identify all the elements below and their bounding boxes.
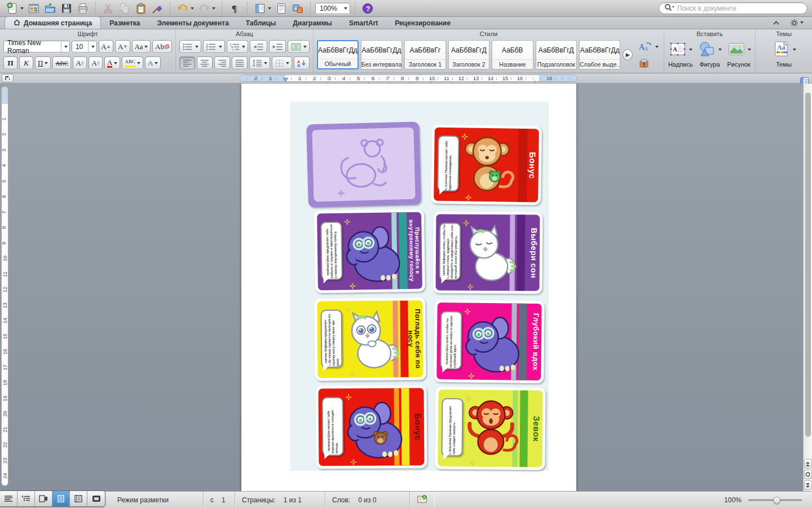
- style-подзаголовок[interactable]: АаБбВвГгДПодзаголовок: [536, 40, 577, 69]
- card-title: Бонус: [526, 129, 539, 202]
- align-left-button[interactable]: [179, 56, 195, 69]
- save-icon[interactable]: [59, 1, 74, 16]
- scrollbar-thumb[interactable]: [805, 93, 811, 437]
- browse-next-button[interactable]: [804, 480, 812, 490]
- bullets-button[interactable]: [179, 40, 201, 53]
- font-name-select[interactable]: Times New Roman: [3, 41, 70, 52]
- more-styles-button[interactable]: ▶: [623, 49, 633, 60]
- print-layout-view-button[interactable]: [52, 491, 70, 506]
- font-color-button[interactable]: А: [104, 56, 120, 69]
- show-paragraph-marks-icon[interactable]: ¶: [227, 1, 242, 16]
- cut-icon[interactable]: [100, 1, 116, 16]
- tab-домашняя-страница[interactable]: Домашняя страница: [5, 16, 101, 29]
- open-icon[interactable]: [42, 1, 58, 16]
- font-size-select[interactable]: 10: [72, 41, 97, 52]
- card-choose-dream: Кошечка Зефирка хочет, чтобы ты прикрыл …: [433, 211, 542, 294]
- outdent-button[interactable]: [250, 40, 267, 53]
- tab-рецензирование[interactable]: Рецензирование: [386, 17, 459, 29]
- align-right-button[interactable]: [214, 56, 230, 69]
- new-document-icon[interactable]: [5, 1, 25, 16]
- vertical-ruler-number: 9: [1, 242, 7, 244]
- home-icon: [14, 19, 20, 27]
- text-effects-button[interactable]: А: [145, 56, 161, 69]
- multilevel-button[interactable]: 1ai: [227, 40, 249, 53]
- publishing-layout-view-button[interactable]: [35, 491, 52, 506]
- format-painter-icon[interactable]: [149, 1, 165, 16]
- paste-icon[interactable]: [133, 1, 149, 16]
- strikethrough-button[interactable]: ABC: [52, 56, 71, 69]
- borders-button[interactable]: [272, 56, 292, 69]
- insert-picture-button[interactable]: Рисунок: [726, 40, 752, 68]
- vertical-ruler-number: 4: [1, 164, 7, 167]
- numbering-button[interactable]: 123: [203, 40, 225, 53]
- style-без-интервала[interactable]: АаБбВвГгДдБез интервала: [361, 40, 402, 69]
- browse-previous-button[interactable]: [804, 459, 812, 468]
- insert-themes-button[interactable]: AaТемы: [770, 40, 797, 68]
- tab-smartart[interactable]: SmartArt: [341, 17, 386, 29]
- superscript-button[interactable]: A2: [73, 56, 87, 69]
- italic-button[interactable]: К: [19, 56, 33, 69]
- outline-view-button[interactable]: [17, 491, 35, 506]
- zoom-slider[interactable]: [748, 497, 802, 503]
- style-заголовок-2[interactable]: АаБбВвГгДЗаголовок 2: [448, 40, 489, 69]
- indent-button[interactable]: [269, 40, 286, 53]
- document-page[interactable]: Обезьянка Танюша желает тебе чудесные сн…: [241, 84, 576, 491]
- style-обычный[interactable]: АаБбВвГгДдОбычный: [317, 40, 359, 69]
- zoom-slider-thumb[interactable]: [773, 497, 780, 504]
- underline-button[interactable]: П: [35, 56, 51, 69]
- undo-icon[interactable]: [175, 1, 196, 16]
- sort-button[interactable]: АЯ: [294, 56, 310, 69]
- media-browser-icon[interactable]: ♪: [290, 1, 306, 16]
- select-browse-object-button[interactable]: [804, 470, 812, 479]
- word-count-indicator[interactable]: Слов:0 из 0: [325, 492, 410, 508]
- style-слабое-выде-[interactable]: АаБбВвГгДдСлабое выде...: [579, 40, 620, 69]
- line-spacing-button[interactable]: [249, 56, 271, 69]
- gear-icon[interactable]: [788, 18, 805, 27]
- focus-view-button[interactable]: [87, 491, 105, 506]
- subscript-button[interactable]: A2: [89, 56, 103, 69]
- fields-icon[interactable]: [273, 1, 289, 16]
- search-icon[interactable]: [664, 3, 674, 13]
- insert-text-box-button[interactable]: AНадпись: [668, 40, 694, 68]
- right-indent-marker[interactable]: [532, 78, 537, 82]
- scanned-cards-image[interactable]: Обезьянка Танюша желает тебе чудесные сн…: [290, 102, 549, 471]
- help-icon[interactable]: ?: [360, 1, 376, 16]
- style-заголовок-1[interactable]: АаБбВвГгЗаголовок 1: [404, 40, 445, 69]
- gallery-icon[interactable]: [26, 1, 42, 16]
- tab-stop-selector[interactable]: [2, 74, 14, 82]
- tab-таблицы[interactable]: Таблицы: [237, 17, 284, 29]
- style-название[interactable]: АаБбВНазвание: [492, 40, 533, 69]
- tab-диаграммы[interactable]: Диаграммы: [284, 17, 341, 29]
- change-case-button[interactable]: Аа: [132, 40, 151, 53]
- search-box[interactable]: [659, 2, 807, 14]
- print-icon[interactable]: [75, 1, 91, 16]
- justify-button[interactable]: [232, 56, 248, 69]
- search-input[interactable]: [677, 5, 802, 12]
- card-deep-breath: Слонёнок Шон хочет, чтобы ты положил рук…: [434, 300, 545, 383]
- page-indicator[interactable]: Страницы:1 из 1: [235, 492, 325, 508]
- notebook-view-button[interactable]: [70, 491, 87, 506]
- layout-icon[interactable]: [252, 1, 273, 16]
- columns-button[interactable]: [288, 40, 310, 53]
- manage-styles-icon[interactable]: ¶: [637, 56, 660, 71]
- highlight-button[interactable]: АВС: [122, 56, 143, 69]
- star-decoration: [462, 133, 468, 139]
- vertical-scrollbar[interactable]: [803, 84, 812, 491]
- change-styles-icon[interactable]: AA: [637, 40, 660, 54]
- align-center-button[interactable]: [197, 56, 213, 69]
- tab-разметка[interactable]: Разметка: [101, 17, 148, 29]
- grow-font-button[interactable]: A▲: [99, 40, 114, 53]
- insert-shape-button[interactable]: Фигура: [697, 40, 723, 68]
- redo-icon[interactable]: [196, 1, 217, 16]
- zoom-select[interactable]: 100%: [315, 3, 350, 14]
- collapse-ribbon-icon[interactable]: [771, 18, 782, 27]
- clear-formatting-button[interactable]: Ab: [152, 40, 172, 53]
- shrink-font-button[interactable]: A▼: [115, 40, 130, 53]
- bold-button[interactable]: П: [3, 56, 17, 69]
- spellcheck-status[interactable]: [410, 492, 434, 508]
- section-indicator[interactable]: с1: [204, 492, 235, 508]
- tab-элементы-документа[interactable]: Элементы документа: [149, 17, 237, 29]
- draft-view-button[interactable]: [0, 491, 17, 506]
- hanging-indent-marker[interactable]: [283, 78, 288, 82]
- copy-icon[interactable]: [117, 1, 133, 16]
